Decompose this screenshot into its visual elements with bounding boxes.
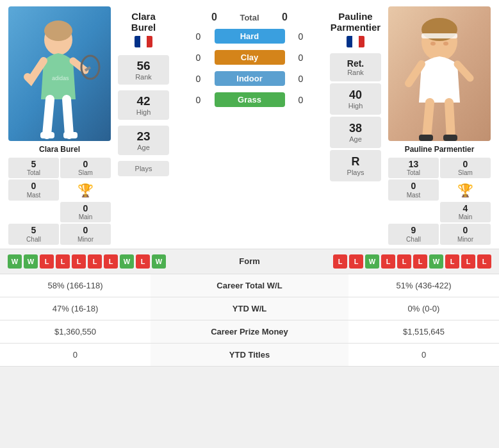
hard-score-right: 0 xyxy=(291,31,311,42)
right-slam-lbl: Slam xyxy=(443,169,488,176)
form-badges-right: LLWLLLWLLL xyxy=(278,254,492,269)
form-right-badge-9: L xyxy=(477,254,491,269)
left-age-lbl: Age xyxy=(123,144,164,151)
form-right-badge-8: L xyxy=(461,254,475,269)
form-left-badge-7: W xyxy=(120,254,134,269)
right-player-photo xyxy=(388,6,491,141)
ytd-titles-label: YTD Titles xyxy=(151,343,348,366)
left-age-box: 23 Age xyxy=(118,126,169,155)
indoor-score-left: 0 xyxy=(189,74,208,84)
form-right-badge-5: L xyxy=(413,254,427,269)
form-left-badge-1: W xyxy=(24,254,38,269)
right-main-cell: 4 Main xyxy=(440,202,491,222)
total-score-right: 0 xyxy=(275,12,295,23)
hard-button[interactable]: Hard xyxy=(215,29,285,44)
right-chall-cell: 9 Chall xyxy=(388,224,439,244)
form-right-badge-6: W xyxy=(429,254,443,269)
right-stats-panel: Pauline Parmentier Ret. Rank 40 High 38 … xyxy=(330,6,381,181)
right-player-name-under: Pauline Parmentier xyxy=(405,144,475,155)
ytd-wl-right: 0% (0-0) xyxy=(348,297,499,320)
center-column: 0 Total 0 0 Hard 0 0 Clay 0 0 Indoor 0 xyxy=(173,6,326,110)
left-total-lbl: Total xyxy=(11,169,56,176)
form-left-badge-2: L xyxy=(40,254,54,269)
hard-score-left: 0 xyxy=(189,31,208,42)
right-age-box: 38 Age xyxy=(330,117,381,148)
form-label: Form xyxy=(224,256,275,266)
right-plays-val: R xyxy=(332,155,379,169)
right-stats-grid: 13 Total 0 Slam 0 Mast 🏆 4 Ma xyxy=(388,158,491,245)
left-chall-cell: 5 Chall xyxy=(8,224,59,244)
left-player-name-under: Clara Burel xyxy=(39,144,80,155)
right-main-spacer xyxy=(388,202,439,222)
left-mast-val: 0 xyxy=(11,181,56,191)
left-plays-lbl: Plays xyxy=(123,165,164,172)
right-plays-lbl: Plays xyxy=(332,169,379,176)
ytd-wl-row: 47% (16-18) YTD W/L 0% (0-0) xyxy=(0,297,499,320)
right-high-lbl: High xyxy=(332,102,379,110)
ytd-titles-row: 0 YTD Titles 0 xyxy=(0,343,499,366)
form-left-badge-6: L xyxy=(104,254,118,269)
left-mast-lbl: Mast xyxy=(11,192,56,199)
left-player-name-top: Clara Burel xyxy=(118,12,169,33)
left-minor-cell: 0 Minor xyxy=(60,224,111,244)
form-right-badge-1: L xyxy=(349,254,363,269)
prize-money-right: $1,515,645 xyxy=(348,320,499,343)
clay-button[interactable]: Clay xyxy=(215,50,285,65)
right-flag-white xyxy=(352,36,358,47)
left-player-block: adidas Clara Burel 5 Total 0 Slam 0 Mast xyxy=(5,6,114,245)
left-plays-box: Plays xyxy=(118,161,169,176)
indoor-button[interactable]: Indoor xyxy=(215,71,285,86)
left-flag-blue xyxy=(135,36,140,47)
total-label: Total xyxy=(231,13,269,22)
right-player-name-top: Pauline Parmentier xyxy=(330,12,381,33)
right-slam-val: 0 xyxy=(443,160,488,169)
svg-rect-5 xyxy=(40,132,54,138)
svg-point-2 xyxy=(44,21,72,41)
left-flag xyxy=(135,36,152,47)
left-stats-panel: Clara Burel 56 Rank 42 High 23 Age xyxy=(118,6,169,178)
left-stats-grid: 5 Total 0 Slam 0 Mast 🏆 0 xyxy=(8,158,111,245)
form-right-badge-4: L xyxy=(397,254,411,269)
svg-point-12 xyxy=(430,42,436,46)
left-minor-val: 0 xyxy=(63,226,108,235)
prize-money-row: $1,360,550 Career Prize Money $1,515,645 xyxy=(0,320,499,343)
left-age-val: 23 xyxy=(123,129,164,144)
right-flag-red xyxy=(359,36,364,47)
clay-score-right: 0 xyxy=(291,53,311,63)
right-trophy-icon: 🏆 xyxy=(457,183,473,198)
right-rank-val: Ret. xyxy=(332,58,379,69)
ytd-titles-right: 0 xyxy=(348,343,499,366)
right-flag xyxy=(347,36,364,47)
form-right-badge-7: L xyxy=(445,254,459,269)
left-main-val: 0 xyxy=(63,204,108,213)
left-high-val: 42 xyxy=(123,94,164,108)
left-total-cell: 5 Total xyxy=(8,158,59,178)
form-left-badge-0: W xyxy=(8,254,22,269)
right-minor-cell: 0 Minor xyxy=(440,224,491,244)
form-left-badge-9: W xyxy=(152,254,166,269)
right-plays-box: R Plays xyxy=(330,150,381,181)
grass-button[interactable]: Grass xyxy=(215,92,285,107)
left-chall-val: 5 xyxy=(11,226,56,235)
grass-row: 0 Grass 0 xyxy=(173,91,326,108)
prize-money-left: $1,360,550 xyxy=(0,320,151,343)
form-left-badge-3: L xyxy=(56,254,70,269)
top-area: adidas Clara Burel 5 Total 0 Slam 0 Mast xyxy=(0,0,499,249)
left-rank-box: 56 Rank xyxy=(118,55,169,85)
grass-score-left: 0 xyxy=(189,95,208,105)
right-age-val: 38 xyxy=(332,122,379,135)
left-mast-cell: 0 Mast xyxy=(8,179,59,200)
form-right-badge-2: W xyxy=(365,254,379,269)
svg-text:adidas: adidas xyxy=(52,75,69,81)
svg-point-13 xyxy=(443,42,448,46)
form-badges-left: WWLLLLLWLW xyxy=(8,254,222,269)
right-trophy-cell: 🏆 xyxy=(440,179,491,200)
left-flag-white xyxy=(140,36,146,47)
main-container: adidas Clara Burel 5 Total 0 Slam 0 Mast xyxy=(0,0,499,367)
ytd-wl-left: 47% (16-18) xyxy=(0,297,151,320)
right-rank-box: Ret. Rank xyxy=(330,53,381,81)
right-age-lbl: Age xyxy=(332,135,379,143)
left-minor-lbl: Minor xyxy=(63,236,108,243)
svg-rect-15 xyxy=(443,135,457,141)
career-wl-right: 51% (436-422) xyxy=(348,274,499,297)
